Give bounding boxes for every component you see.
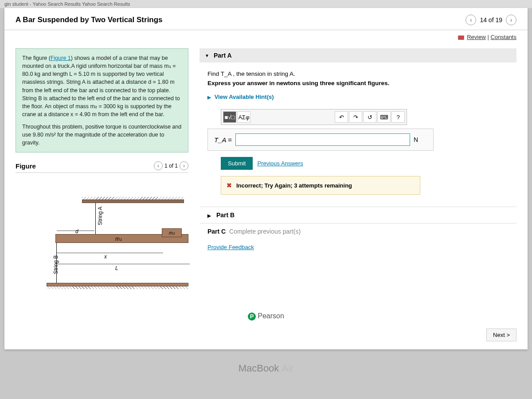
answer-toolbar: ■√□ ΑΣφ ↶ ↷ ↺ ⌨ ?: [221, 109, 407, 125]
top-links: Review | Constants: [4, 30, 528, 44]
chevron-right-icon: ▶: [207, 213, 211, 218]
part-b-header[interactable]: ▶ Part B: [200, 207, 516, 223]
figure-area: String A d m₁ m₂ x L String B: [16, 172, 188, 305]
part-a-instructions: Express your answer in newtons using thr…: [207, 80, 509, 86]
figure-link[interactable]: Figure 1: [51, 55, 71, 61]
provide-feedback-link[interactable]: Provide Feedback: [200, 239, 262, 255]
view-hints-link[interactable]: ▶ View Available Hint(s): [207, 94, 274, 100]
answer-unit: N: [414, 136, 427, 143]
page-container: A Bar Suspended by Two Vertical Strings …: [4, 8, 528, 349]
incorrect-icon: ✖: [227, 182, 232, 189]
previous-answers-link[interactable]: Previous Answers: [257, 160, 303, 167]
answer-input[interactable]: [235, 133, 410, 146]
pearson-footer: PPearson: [4, 310, 528, 323]
item-counter: 14 of 19: [480, 16, 502, 23]
flag-icon: [458, 35, 464, 40]
pearson-logo-icon: P: [248, 313, 256, 321]
template-button[interactable]: ■√□: [223, 111, 236, 123]
problem-intro: The figure (Figure 1) shows a model of a…: [16, 48, 188, 153]
prev-item-button[interactable]: ‹: [466, 15, 476, 25]
greek-button[interactable]: ΑΣφ: [237, 111, 250, 123]
keyboard-button[interactable]: ⌨: [377, 111, 391, 123]
item-nav: ‹ 14 of 19 ›: [466, 15, 516, 25]
figure-next-button[interactable]: ›: [180, 161, 188, 170]
constants-link[interactable]: Constants: [490, 34, 516, 40]
figure-prev-button[interactable]: ‹: [154, 161, 163, 170]
part-c-header: Part C Complete previous part(s): [200, 223, 516, 239]
undo-button[interactable]: ↶: [335, 111, 348, 123]
help-button[interactable]: ?: [391, 111, 405, 123]
feedback-message: ✖ Incorrect; Try Again; 3 attempts remai…: [221, 176, 420, 195]
redo-button[interactable]: ↷: [349, 111, 362, 123]
figure-label: Figure: [16, 162, 36, 170]
page-title: A Bar Suspended by Two Vertical Strings: [16, 16, 163, 24]
submit-button[interactable]: Submit: [221, 157, 253, 170]
reset-button[interactable]: ↺: [363, 111, 376, 123]
answer-variable: T_A =: [214, 136, 232, 144]
laptop-label: MacBook Air: [0, 363, 532, 374]
next-item-button[interactable]: ›: [506, 15, 516, 25]
next-button[interactable]: Next >: [486, 329, 516, 341]
title-bar: A Bar Suspended by Two Vertical Strings …: [4, 8, 528, 30]
browser-tab: gin student - Yahoo Search Results Yahoo…: [0, 0, 532, 8]
chevron-right-icon: ▶: [207, 95, 211, 100]
chevron-down-icon: ▼: [205, 53, 209, 58]
figure-counter: 1 of 1: [164, 163, 178, 169]
part-a-header[interactable]: ▼ Part A: [200, 48, 516, 63]
part-a-prompt: Find T_A , the tension in string A.: [207, 70, 509, 77]
review-link[interactable]: Review: [467, 34, 486, 40]
answer-input-row: T_A = N: [207, 129, 434, 151]
